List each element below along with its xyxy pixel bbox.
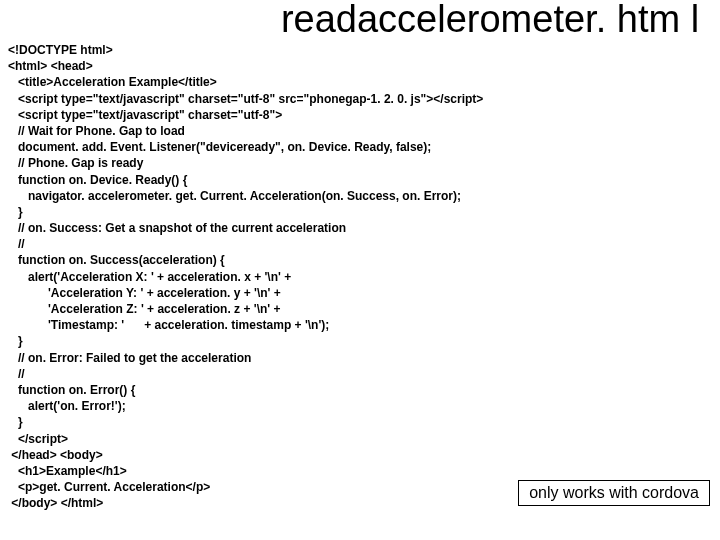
code-block: <!DOCTYPE html> <html> <head> <title>Acc… (8, 42, 712, 511)
note-text: only works with cordova (529, 484, 699, 501)
note-box: only works with cordova (518, 480, 710, 506)
slide-title: readaccelerometer. htm l (260, 0, 720, 40)
